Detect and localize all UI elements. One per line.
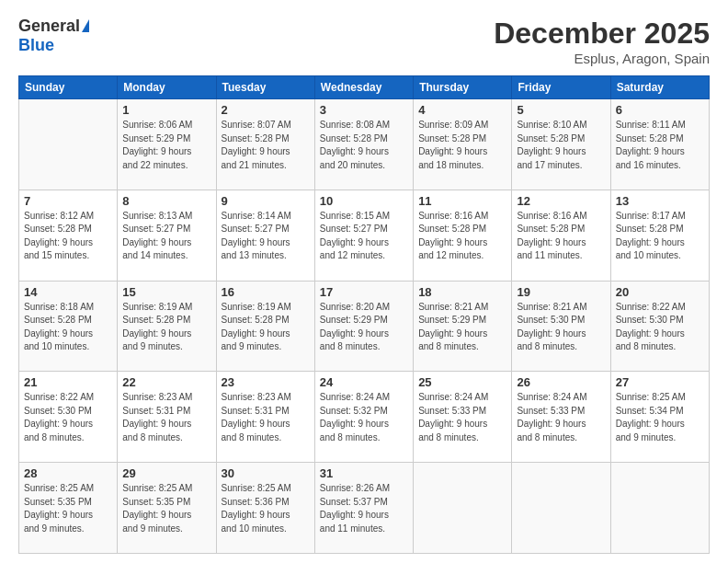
day-info: Sunrise: 8:22 AMSunset: 5:30 PMDaylight:… [24,391,112,444]
calendar-cell: 17Sunrise: 8:20 AMSunset: 5:29 PMDayligh… [314,281,413,372]
calendar-cell: 4Sunrise: 8:09 AMSunset: 5:28 PMDaylight… [414,99,512,190]
day-number: 6 [616,103,704,117]
day-number: 20 [616,285,704,299]
day-info: Sunrise: 8:23 AMSunset: 5:31 PMDaylight:… [222,391,310,444]
day-info: Sunrise: 8:07 AMSunset: 5:28 PMDaylight:… [222,119,310,172]
calendar-cell: 23Sunrise: 8:23 AMSunset: 5:31 PMDayligh… [216,372,314,463]
day-info: Sunrise: 8:16 AMSunset: 5:28 PMDaylight:… [418,210,506,263]
day-number: 30 [222,466,310,480]
day-info: Sunrise: 8:16 AMSunset: 5:28 PMDaylight:… [517,210,605,263]
day-number: 7 [24,194,112,208]
calendar-cell [414,463,512,554]
calendar-table: SundayMondayTuesdayWednesdayThursdayFrid… [18,75,710,554]
calendar-cell: 12Sunrise: 8:16 AMSunset: 5:28 PMDayligh… [512,190,610,281]
day-info: Sunrise: 8:14 AMSunset: 5:27 PMDaylight:… [222,210,310,263]
day-number: 12 [517,194,605,208]
calendar-header: SundayMondayTuesdayWednesdayThursdayFrid… [19,76,710,99]
week-row-3: 14Sunrise: 8:18 AMSunset: 5:28 PMDayligh… [19,281,710,372]
day-info: Sunrise: 8:11 AMSunset: 5:28 PMDaylight:… [616,119,704,172]
week-row-1: 1Sunrise: 8:06 AMSunset: 5:29 PMDaylight… [19,99,710,190]
day-number: 14 [24,285,112,299]
day-info: Sunrise: 8:15 AMSunset: 5:27 PMDaylight:… [320,210,408,263]
day-number: 23 [222,375,310,389]
day-number: 11 [418,194,506,208]
day-number: 10 [320,194,408,208]
day-number: 5 [517,103,605,117]
day-number: 31 [320,466,408,480]
col-header-tuesday: Tuesday [216,76,314,99]
day-info: Sunrise: 8:21 AMSunset: 5:29 PMDaylight:… [418,301,506,354]
calendar-body: 1Sunrise: 8:06 AMSunset: 5:29 PMDaylight… [19,99,710,554]
calendar-cell: 6Sunrise: 8:11 AMSunset: 5:28 PMDaylight… [610,99,709,190]
title-block: December 2025 Esplus, Aragon, Spain [494,17,710,66]
day-number: 19 [517,285,605,299]
calendar-cell: 13Sunrise: 8:17 AMSunset: 5:28 PMDayligh… [610,190,709,281]
day-number: 26 [517,375,605,389]
logo-triangle-icon [82,19,89,32]
calendar-cell: 18Sunrise: 8:21 AMSunset: 5:29 PMDayligh… [414,281,512,372]
day-number: 1 [122,103,210,117]
day-info: Sunrise: 8:20 AMSunset: 5:29 PMDaylight:… [320,301,408,354]
week-row-4: 21Sunrise: 8:22 AMSunset: 5:30 PMDayligh… [19,372,710,463]
week-row-5: 28Sunrise: 8:25 AMSunset: 5:35 PMDayligh… [19,463,710,554]
logo: General Blue [18,17,89,55]
calendar-cell: 29Sunrise: 8:25 AMSunset: 5:35 PMDayligh… [118,463,216,554]
calendar-cell: 27Sunrise: 8:25 AMSunset: 5:34 PMDayligh… [610,372,709,463]
day-info: Sunrise: 8:10 AMSunset: 5:28 PMDaylight:… [517,119,605,172]
header: General Blue December 2025 Esplus, Arago… [18,17,710,66]
week-row-2: 7Sunrise: 8:12 AMSunset: 5:28 PMDaylight… [19,190,710,281]
calendar-cell: 11Sunrise: 8:16 AMSunset: 5:28 PMDayligh… [414,190,512,281]
calendar-cell: 3Sunrise: 8:08 AMSunset: 5:28 PMDaylight… [314,99,413,190]
calendar-cell: 31Sunrise: 8:26 AMSunset: 5:37 PMDayligh… [314,463,413,554]
page: General Blue December 2025 Esplus, Arago… [0,0,728,563]
calendar-cell: 30Sunrise: 8:25 AMSunset: 5:36 PMDayligh… [216,463,314,554]
day-info: Sunrise: 8:24 AMSunset: 5:33 PMDaylight:… [517,391,605,444]
day-number: 27 [616,375,704,389]
calendar-cell: 15Sunrise: 8:19 AMSunset: 5:28 PMDayligh… [118,281,216,372]
calendar-cell: 24Sunrise: 8:24 AMSunset: 5:32 PMDayligh… [314,372,413,463]
calendar-cell: 9Sunrise: 8:14 AMSunset: 5:27 PMDaylight… [216,190,314,281]
day-info: Sunrise: 8:19 AMSunset: 5:28 PMDaylight:… [122,301,210,354]
main-title: December 2025 [494,17,710,51]
calendar-cell: 26Sunrise: 8:24 AMSunset: 5:33 PMDayligh… [512,372,610,463]
calendar-cell: 19Sunrise: 8:21 AMSunset: 5:30 PMDayligh… [512,281,610,372]
calendar-cell: 2Sunrise: 8:07 AMSunset: 5:28 PMDaylight… [216,99,314,190]
logo-blue-text: Blue [18,36,54,55]
day-number: 22 [122,375,210,389]
col-header-monday: Monday [118,76,216,99]
calendar-cell: 22Sunrise: 8:23 AMSunset: 5:31 PMDayligh… [118,372,216,463]
day-info: Sunrise: 8:22 AMSunset: 5:30 PMDaylight:… [616,301,704,354]
calendar-cell: 21Sunrise: 8:22 AMSunset: 5:30 PMDayligh… [19,372,118,463]
day-info: Sunrise: 8:18 AMSunset: 5:28 PMDaylight:… [24,301,112,354]
day-info: Sunrise: 8:25 AMSunset: 5:34 PMDaylight:… [616,391,704,444]
calendar-cell: 16Sunrise: 8:19 AMSunset: 5:28 PMDayligh… [216,281,314,372]
calendar-cell: 10Sunrise: 8:15 AMSunset: 5:27 PMDayligh… [314,190,413,281]
calendar-cell: 20Sunrise: 8:22 AMSunset: 5:30 PMDayligh… [610,281,709,372]
col-header-thursday: Thursday [414,76,512,99]
calendar-cell: 25Sunrise: 8:24 AMSunset: 5:33 PMDayligh… [414,372,512,463]
day-info: Sunrise: 8:17 AMSunset: 5:28 PMDaylight:… [616,210,704,263]
day-number: 4 [418,103,506,117]
calendar-cell [19,99,118,190]
day-number: 18 [418,285,506,299]
day-info: Sunrise: 8:21 AMSunset: 5:30 PMDaylight:… [517,301,605,354]
header-row: SundayMondayTuesdayWednesdayThursdayFrid… [19,76,710,99]
col-header-wednesday: Wednesday [314,76,413,99]
day-number: 28 [24,466,112,480]
day-info: Sunrise: 8:08 AMSunset: 5:28 PMDaylight:… [320,119,408,172]
day-number: 2 [222,103,310,117]
subtitle: Esplus, Aragon, Spain [494,51,710,66]
day-number: 17 [320,285,408,299]
logo-general-text: General [18,17,80,36]
day-info: Sunrise: 8:09 AMSunset: 5:28 PMDaylight:… [418,119,506,172]
day-info: Sunrise: 8:25 AMSunset: 5:35 PMDaylight:… [24,482,112,535]
day-info: Sunrise: 8:13 AMSunset: 5:27 PMDaylight:… [122,210,210,263]
day-number: 25 [418,375,506,389]
day-number: 8 [122,194,210,208]
day-number: 9 [222,194,310,208]
calendar-cell: 7Sunrise: 8:12 AMSunset: 5:28 PMDaylight… [19,190,118,281]
col-header-friday: Friday [512,76,610,99]
calendar-cell [610,463,709,554]
day-number: 21 [24,375,112,389]
day-number: 3 [320,103,408,117]
